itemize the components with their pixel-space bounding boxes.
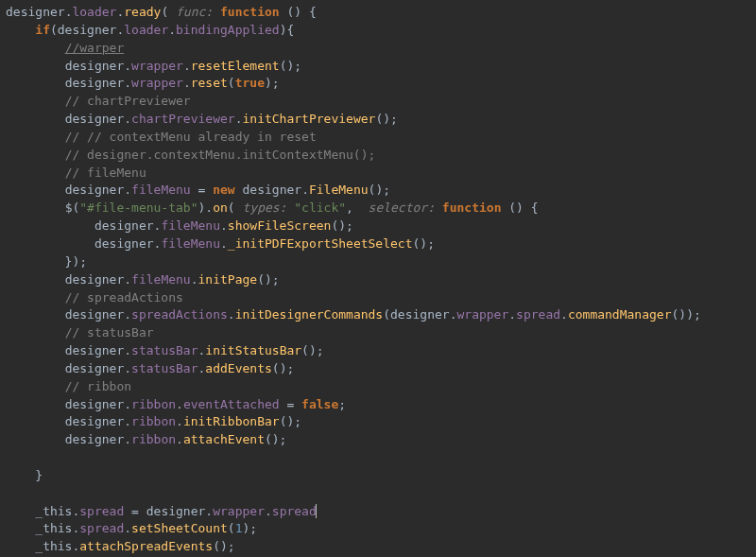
code-line: designer.ribbon.eventAttached = false; bbox=[6, 397, 346, 411]
code-line: } bbox=[6, 468, 43, 482]
code-line: designer.fileMenu._initPDFExportSheetSel… bbox=[6, 236, 435, 251]
code-editor[interactable]: designer.loader.ready( func: function ()… bbox=[0, 0, 756, 557]
code-line: designer.statusBar.initStatusBar(); bbox=[6, 343, 324, 357]
code-line: // designer.contextMenu.initContextMenu(… bbox=[6, 148, 375, 162]
code-line: designer.statusBar.addEvents(); bbox=[6, 361, 294, 375]
code-line: designer.ribbon.initRibbonBar(); bbox=[6, 414, 301, 428]
code-line: designer.chartPreviewer.initChartPreview… bbox=[6, 112, 398, 126]
code-line: designer.ribbon.attachEvent(); bbox=[6, 432, 286, 446]
code-line: // // contextMenu already in reset bbox=[6, 130, 317, 144]
code-line: // fileMenu bbox=[6, 165, 146, 180]
code-line: // ribbon bbox=[6, 379, 131, 393]
text-caret bbox=[316, 504, 317, 518]
code-line: // statusBar bbox=[6, 325, 154, 339]
code-line: designer.loader.ready( func: function ()… bbox=[6, 5, 317, 19]
code-line: // chartPreviewer bbox=[6, 94, 191, 108]
code-line: _this.spread.setSheetCount(1); bbox=[6, 521, 257, 535]
code-line: designer.fileMenu.initPage(); bbox=[6, 272, 280, 287]
code-line: _this.spread = designer.wrapper.spread bbox=[6, 504, 317, 518]
code-line: _this.attachSpreadEvents(); bbox=[6, 539, 235, 553]
code-line bbox=[6, 450, 13, 464]
code-line bbox=[6, 486, 13, 500]
code-line: designer.wrapper.reset(true); bbox=[6, 76, 280, 90]
code-line: designer.spreadActions.initDesignerComma… bbox=[6, 307, 701, 322]
code-line: // spreadActions bbox=[6, 290, 183, 305]
code-line: $("#file-menu-tab").on( types: "click", … bbox=[6, 200, 539, 215]
code-line: designer.fileMenu.showFileScreen(); bbox=[6, 218, 353, 233]
code-line: designer.wrapper.resetElement(); bbox=[6, 59, 301, 73]
code-line: if(designer.loader.bindingApplied){ bbox=[6, 23, 294, 37]
code-line: //warper bbox=[6, 41, 124, 55]
code-line: designer.fileMenu = new designer.FileMen… bbox=[6, 183, 390, 197]
code-line: }); bbox=[6, 254, 87, 269]
